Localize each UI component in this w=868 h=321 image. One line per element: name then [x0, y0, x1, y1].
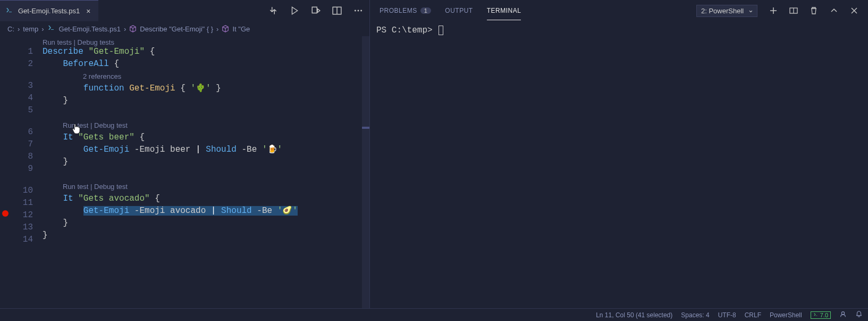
editor-toolbar: [262, 6, 369, 15]
chevron-right-icon: ›: [18, 25, 20, 33]
line-number: 8: [11, 151, 33, 163]
tab-problems[interactable]: PROBLEMS1: [380, 2, 431, 20]
code-line[interactable]: function Get-Emoji { '🌵' }: [43, 83, 369, 95]
tab-terminal[interactable]: TERMINAL: [487, 2, 521, 20]
cursor-position[interactable]: Ln 11, Col 50 (41 selected): [596, 311, 672, 319]
codelens: Run test | Debug test: [63, 119, 390, 131]
indentation[interactable]: Spaces: 4: [681, 311, 709, 319]
codelens: 2 references: [83, 70, 410, 83]
line-number-gutter: 1 2 3 4 5 6 7 8 9 10 11 12 13 14: [11, 36, 43, 308]
new-terminal-icon[interactable]: [769, 6, 778, 15]
breadcrumb-part[interactable]: C:: [7, 25, 14, 33]
svg-point-5: [360, 10, 362, 12]
svg-point-3: [355, 10, 356, 12]
terminal-selector[interactable]: 2: PowerShell: [696, 5, 757, 17]
run-test-link[interactable]: Run test: [63, 183, 88, 191]
editor-pane: Get-Emoji.Tests.ps1 × C: › temp › Get-Em…: [0, 0, 370, 308]
line-number: 13: [11, 221, 33, 234]
symbol-icon: [129, 25, 137, 32]
close-panel-icon[interactable]: [850, 6, 858, 15]
line-number: 7: [11, 138, 33, 151]
minimap-viewport[interactable]: [362, 127, 369, 129]
encoding[interactable]: UTF-8: [718, 311, 736, 319]
code-line[interactable]: }: [43, 217, 369, 229]
line-number: 1: [11, 46, 33, 58]
breadcrumb-part[interactable]: It "Ge: [232, 25, 250, 33]
svg-point-15: [841, 312, 844, 315]
chevron-right-icon: ›: [216, 25, 218, 33]
problems-count-badge: 1: [420, 7, 432, 14]
line-number: 9: [11, 163, 33, 175]
breadcrumb-part[interactable]: temp: [23, 25, 38, 33]
line-number: 12: [11, 209, 33, 221]
kill-terminal-icon[interactable]: [810, 6, 818, 15]
terminal[interactable]: PS C:\temp>: [370, 21, 868, 308]
line-number: 4: [11, 92, 33, 104]
code-editor[interactable]: 1 2 3 4 5 6 7 8 9 10 11 12 13 14 Run tes…: [0, 36, 369, 308]
tab-filename: Get-Emoji.Tests.ps1: [18, 7, 80, 15]
code-line[interactable]: }: [43, 156, 369, 168]
debug-tests-link[interactable]: Debug tests: [78, 38, 114, 46]
breadcrumb[interactable]: C: › temp › Get-Emoji.Tests.ps1 › Descri…: [0, 21, 369, 36]
line-number: 6: [11, 126, 33, 138]
tab-bar: Get-Emoji.Tests.ps1 ×: [0, 0, 369, 21]
symbol-icon: [222, 25, 229, 32]
line-number: 10: [11, 185, 33, 197]
code-line[interactable]: }: [43, 229, 369, 242]
breakpoint-icon[interactable]: [2, 210, 9, 217]
panel-pane: PROBLEMS1 OUTPUT TERMINAL 2: PowerShell …: [370, 0, 868, 308]
notifications-icon[interactable]: [855, 310, 863, 319]
tab-output[interactable]: OUTPUT: [445, 2, 473, 20]
code-line[interactable]: BeforeAll {: [43, 58, 369, 70]
code-line[interactable]: }: [43, 95, 369, 107]
compare-changes-icon[interactable]: [268, 6, 278, 15]
code-line[interactable]: Describe "Get-Emoji" {: [43, 46, 369, 58]
file-tab[interactable]: Get-Emoji.Tests.ps1 ×: [0, 0, 98, 21]
svg-point-4: [358, 10, 359, 12]
terminal-select[interactable]: 2: PowerShell: [696, 5, 757, 17]
code-line[interactable]: Get-Emoji -Emoji beer | Should -Be '🍺': [43, 144, 369, 156]
codelens: Run test | Debug test: [63, 180, 390, 193]
references-link[interactable]: 2 references: [83, 72, 121, 80]
code-line[interactable]: It "Gets avocado" {: [43, 193, 369, 205]
line-number: 2: [11, 58, 33, 70]
code-line[interactable]: [43, 107, 369, 119]
run-selection-icon[interactable]: [311, 6, 321, 15]
debug-test-link[interactable]: Debug test: [94, 121, 128, 129]
split-terminal-icon[interactable]: [789, 6, 798, 15]
chevron-right-icon: ›: [41, 25, 44, 33]
status-bar: Ln 11, Col 50 (41 selected) Spaces: 4 UT…: [0, 308, 868, 321]
code-line[interactable]: It "Gets beer" {: [43, 131, 369, 144]
terminal-prompt: PS C:\temp>: [376, 26, 437, 35]
close-tab-icon[interactable]: ×: [84, 7, 92, 15]
powershell-file-icon: [47, 24, 56, 33]
breadcrumb-part[interactable]: Describe "Get-Emoji" { }: [140, 25, 213, 33]
chevron-right-icon: ›: [124, 25, 126, 33]
glyph-margin[interactable]: [0, 36, 11, 308]
svg-rect-0: [312, 7, 317, 13]
split-editor-icon[interactable]: [332, 6, 342, 15]
feedback-icon[interactable]: [839, 310, 847, 319]
minimap[interactable]: [362, 36, 369, 308]
run-test-link[interactable]: Run test: [63, 121, 88, 129]
language-mode[interactable]: PowerShell: [770, 311, 802, 319]
terminal-cursor: [439, 26, 443, 35]
code-content[interactable]: Run tests | Debug tests Describe "Get-Em…: [43, 36, 369, 308]
breadcrumb-part[interactable]: Get-Emoji.Tests.ps1: [59, 25, 121, 33]
panel-tabs: PROBLEMS1 OUTPUT TERMINAL 2: PowerShell: [370, 0, 868, 21]
line-number: 14: [11, 234, 33, 246]
code-line[interactable]: [43, 242, 369, 254]
code-line[interactable]: Get-Emoji -Emoji avocado | Should -Be '🥑…: [43, 205, 369, 217]
run-icon[interactable]: [290, 6, 299, 15]
debug-test-link[interactable]: Debug test: [94, 183, 128, 191]
line-number: 11: [11, 197, 33, 209]
code-line[interactable]: [43, 168, 369, 180]
line-number: 5: [11, 104, 33, 117]
powershell-file-icon: [5, 7, 14, 15]
maximize-panel-icon[interactable]: [830, 6, 838, 15]
line-number: 3: [11, 80, 33, 92]
run-tests-link[interactable]: Run tests: [43, 38, 72, 46]
powershell-version-badge[interactable]: 7.0: [811, 311, 831, 319]
eol[interactable]: CRLF: [745, 311, 761, 319]
more-actions-icon[interactable]: [353, 6, 363, 15]
